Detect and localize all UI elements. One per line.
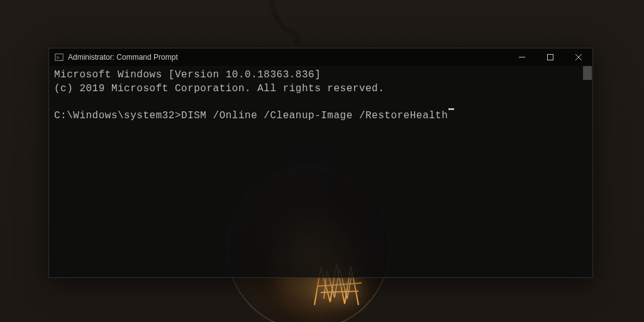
terminal-output[interactable]: Microsoft Windows [Version 10.0.18363.83… [49,66,592,277]
window-controls [508,48,592,66]
titlebar[interactable]: >_ Administrator: Command Prompt [49,48,592,66]
output-line-copyright: (c) 2019 Microsoft Corporation. All righ… [54,82,587,96]
cmd-icon: >_ [54,52,64,62]
window-title: Administrator: Command Prompt [68,53,178,62]
close-button[interactable] [564,48,592,66]
cursor [448,108,454,110]
prompt-path: C:\Windows\system32> [54,109,181,123]
output-line-version: Microsoft Windows [Version 10.0.18363.83… [54,69,587,82]
minimize-button[interactable] [508,48,536,66]
wallpaper-decoration [264,0,314,50]
scrollbar-thumb[interactable] [583,66,592,80]
typed-command: DISM /Online /Cleanup-Image /RestoreHeal… [181,109,448,123]
prompt-line: C:\Windows\system32>DISM /Online /Cleanu… [54,109,587,123]
maximize-button[interactable] [536,48,564,66]
svg-text:>_: >_ [57,55,63,60]
command-prompt-window: >_ Administrator: Command Prompt Microso… [48,48,593,278]
svg-rect-3 [547,55,553,60]
output-blank-line [54,96,587,109]
